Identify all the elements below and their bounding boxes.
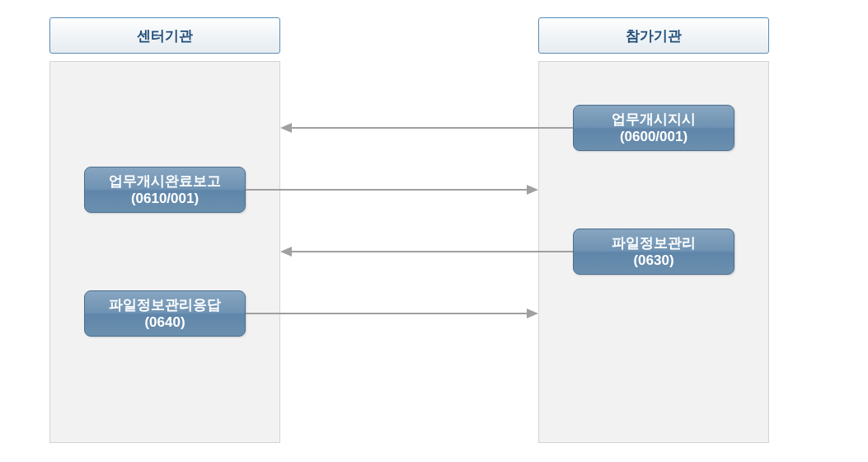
arrow-fileinfo (292, 251, 573, 252)
column-header-left-label: 센터기관 (137, 26, 193, 45)
arrowhead-start-instruction (280, 123, 292, 133)
node-fileinfo-code: (0630) (633, 252, 673, 269)
arrowhead-fileinfo (280, 247, 292, 257)
node-start-complete: 업무개시완료보고 (0610/001) (84, 167, 246, 213)
node-start-complete-code: (0610/001) (131, 190, 199, 207)
column-header-right-label: 참가기관 (626, 26, 682, 45)
column-body-left (49, 61, 280, 443)
arrow-fileinfo-reply (246, 313, 527, 314)
column-header-right: 참가기관 (538, 17, 769, 54)
node-fileinfo-reply-code: (0640) (144, 314, 185, 331)
node-fileinfo: 파일정보관리 (0630) (573, 229, 734, 275)
node-start-instruction-title: 업무개시지시 (612, 111, 696, 128)
arrow-start-instruction (292, 127, 573, 129)
node-start-complete-title: 업무개시완료보고 (109, 172, 221, 190)
arrowhead-fileinfo-reply (527, 309, 538, 318)
arrow-start-complete (246, 189, 527, 191)
column-header-left: 센터기관 (49, 17, 280, 54)
node-start-instruction-code: (0600/001) (620, 128, 687, 145)
node-start-instruction: 업무개시지시 (0600/001) (573, 105, 734, 151)
node-fileinfo-title: 파일정보관리 (612, 234, 696, 252)
arrowhead-start-complete (527, 185, 538, 195)
node-fileinfo-reply-title: 파일정보관리응답 (109, 296, 221, 314)
node-fileinfo-reply: 파일정보관리응답 (0640) (84, 290, 246, 337)
